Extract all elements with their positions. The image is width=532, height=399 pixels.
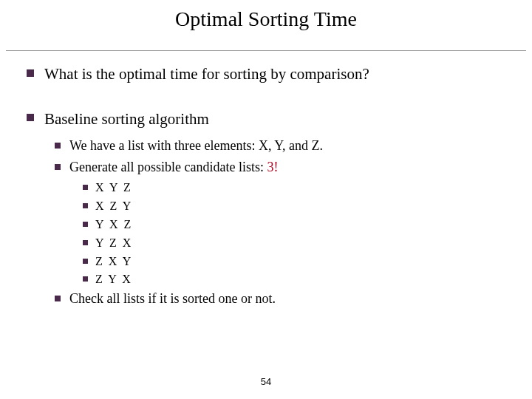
bullet-level3: Z Y X <box>83 272 532 287</box>
bullet-level3: X Y Z <box>83 180 532 196</box>
bullet-level1: What is the optimal time for sorting by … <box>27 64 532 84</box>
square-bullet-icon <box>83 240 88 245</box>
square-bullet-icon <box>27 69 34 77</box>
bullet-level3: Y X Z <box>83 217 532 233</box>
bullet-text: Check all lists if it is sorted one or n… <box>69 290 276 307</box>
square-bullet-icon <box>55 143 61 149</box>
square-bullet-icon <box>27 114 34 121</box>
permutation-text: X Y Z <box>95 180 132 196</box>
bullet-level3: X Z Y <box>83 199 532 214</box>
permutation-text: X Z Y <box>95 199 132 214</box>
bullet-text: What is the optimal time for sorting by … <box>44 64 369 84</box>
page-number: 54 <box>0 376 532 387</box>
bullet-level2: Check all lists if it is sorted one or n… <box>55 290 532 307</box>
square-bullet-icon <box>83 185 88 190</box>
highlight-text: 3! <box>267 160 278 174</box>
bullet-level3: Y Z X <box>83 236 532 251</box>
permutation-text: Y X Z <box>95 217 132 233</box>
bullet-level2: We have a list with three elements: X, Y… <box>55 137 532 154</box>
square-bullet-icon <box>83 276 88 282</box>
bullet-level2: Generate all possible candidate lists: 3… <box>55 159 532 176</box>
slide-content: What is the optimal time for sorting by … <box>0 64 532 308</box>
permutation-text: Z X Y <box>95 254 132 270</box>
permutation-text: Y Z X <box>95 236 132 251</box>
slide: Optimal Sorting Time What is the optimal… <box>0 0 532 399</box>
bullet-level3: Z X Y <box>83 254 532 270</box>
slide-title: Optimal Sorting Time <box>21 7 511 37</box>
title-divider <box>6 50 526 51</box>
bullet-text-pre: Generate all possible candidate lists: <box>69 160 267 174</box>
permutation-text: Z Y X <box>95 272 132 287</box>
bullet-text: Generate all possible candidate lists: 3… <box>69 159 278 176</box>
bullet-level1: Baseline sorting algorithm <box>27 109 532 129</box>
bullet-text: Baseline sorting algorithm <box>44 109 209 129</box>
square-bullet-icon <box>83 203 88 208</box>
bullet-text: We have a list with three elements: X, Y… <box>69 137 323 154</box>
square-bullet-icon <box>55 164 61 170</box>
square-bullet-icon <box>55 296 61 301</box>
square-bullet-icon <box>83 222 88 227</box>
square-bullet-icon <box>83 259 88 264</box>
